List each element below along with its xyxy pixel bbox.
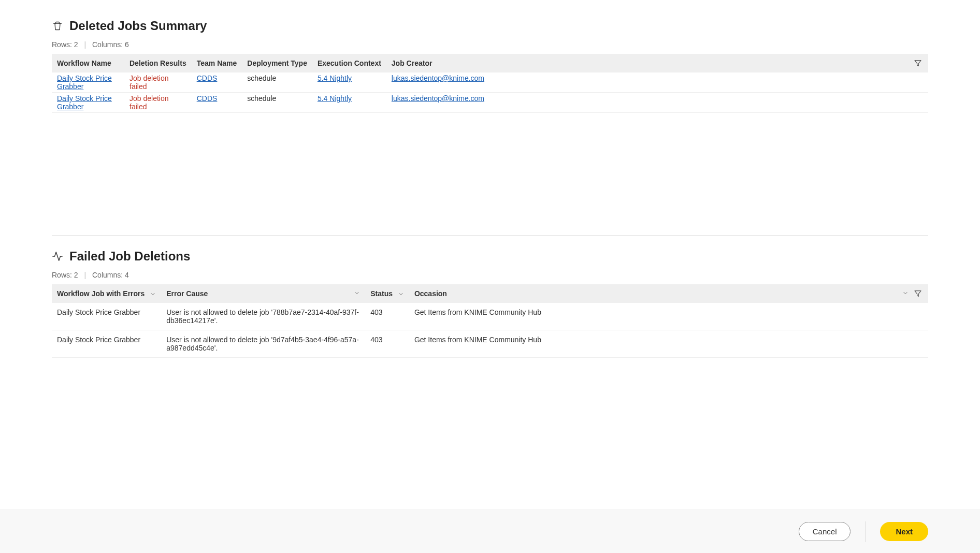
failed-deletions-table: Workflow Job with Errors Error Cause bbox=[52, 284, 928, 358]
deletion-result: Job deletion failed bbox=[129, 94, 169, 111]
chevron-down-icon[interactable] bbox=[902, 290, 909, 296]
chevron-down-icon bbox=[150, 291, 156, 297]
next-button[interactable]: Next bbox=[880, 522, 928, 541]
deleted-jobs-table: Workflow Name Deletion Results Team Name… bbox=[52, 54, 928, 113]
cancel-button[interactable]: Cancel bbox=[799, 522, 851, 541]
table-meta-failed: Rows: 2 | Columns: 4 bbox=[52, 271, 928, 279]
status-code: 403 bbox=[370, 308, 382, 316]
error-cause-text: User is not allowed to delete job '9d7af… bbox=[166, 336, 359, 352]
section-header-deleted-jobs: Deleted Jobs Summary bbox=[52, 19, 928, 33]
col-status[interactable]: Status bbox=[365, 284, 409, 303]
meta-separator: | bbox=[84, 271, 86, 279]
job-creator-link[interactable]: lukas.siedentop@knime.com bbox=[392, 94, 484, 103]
page-title-deleted-jobs: Deleted Jobs Summary bbox=[69, 19, 207, 33]
chevron-down-icon bbox=[398, 291, 404, 297]
col-team-name[interactable]: Team Name bbox=[192, 54, 242, 72]
workflow-link[interactable]: Daily Stock Price Grabber bbox=[57, 94, 112, 111]
deployment-type: schedule bbox=[247, 74, 276, 82]
deletion-result: Job deletion failed bbox=[129, 74, 169, 91]
status-code: 403 bbox=[370, 336, 382, 344]
trash-icon bbox=[52, 20, 63, 32]
filter-icon[interactable] bbox=[914, 289, 922, 298]
execution-context-link[interactable]: 5.4 Nightly bbox=[318, 94, 352, 103]
section-header-failed-deletions: Failed Job Deletions bbox=[52, 249, 928, 264]
table-row: Daily Stock Price Grabber User is not al… bbox=[52, 330, 928, 358]
cols-count: Columns: 6 bbox=[92, 40, 129, 49]
svg-marker-1 bbox=[915, 291, 921, 297]
col-execution-context[interactable]: Execution Context bbox=[312, 54, 386, 72]
col-deployment-type[interactable]: Deployment Type bbox=[242, 54, 312, 72]
job-creator-link[interactable]: lukas.siedentop@knime.com bbox=[392, 74, 484, 82]
team-link[interactable]: CDDS bbox=[197, 74, 218, 82]
table-row: Daily Stock Price Grabber Job deletion f… bbox=[52, 93, 928, 113]
chevron-down-icon bbox=[354, 290, 360, 296]
col-error-cause[interactable]: Error Cause bbox=[161, 284, 365, 303]
meta-separator: | bbox=[84, 40, 86, 49]
team-link[interactable]: CDDS bbox=[197, 94, 218, 103]
col-workflow-job[interactable]: Workflow Job with Errors bbox=[52, 284, 161, 303]
table-row: Daily Stock Price Grabber Job deletion f… bbox=[52, 72, 928, 93]
error-cause-text: User is not allowed to delete job '788b7… bbox=[166, 308, 359, 325]
section-divider bbox=[52, 235, 928, 236]
col-workflow-name[interactable]: Workflow Name bbox=[52, 54, 124, 72]
activity-icon bbox=[52, 251, 63, 262]
col-deletion-results[interactable]: Deletion Results bbox=[124, 54, 192, 72]
workflow-job-name: Daily Stock Price Grabber bbox=[57, 336, 140, 344]
execution-context-link[interactable]: 5.4 Nightly bbox=[318, 74, 352, 82]
filter-icon[interactable] bbox=[914, 59, 922, 67]
svg-marker-0 bbox=[915, 61, 921, 66]
col-job-creator[interactable]: Job Creator bbox=[386, 54, 928, 72]
col-occasion[interactable]: Occasion bbox=[409, 284, 928, 303]
rows-count: Rows: 2 bbox=[52, 271, 78, 279]
workflow-link[interactable]: Daily Stock Price Grabber bbox=[57, 74, 112, 91]
table-meta-deleted-jobs: Rows: 2 | Columns: 6 bbox=[52, 40, 928, 49]
footer-bar: Cancel Next bbox=[0, 510, 980, 553]
footer-separator bbox=[865, 521, 866, 542]
cols-count: Columns: 4 bbox=[92, 271, 129, 279]
occasion-text: Get Items from KNIME Community Hub bbox=[414, 308, 541, 316]
page-title-failed-deletions: Failed Job Deletions bbox=[69, 249, 190, 264]
workflow-job-name: Daily Stock Price Grabber bbox=[57, 308, 140, 316]
occasion-text: Get Items from KNIME Community Hub bbox=[414, 336, 541, 344]
deployment-type: schedule bbox=[247, 94, 276, 103]
rows-count: Rows: 2 bbox=[52, 40, 78, 49]
table-row: Daily Stock Price Grabber User is not al… bbox=[52, 303, 928, 330]
